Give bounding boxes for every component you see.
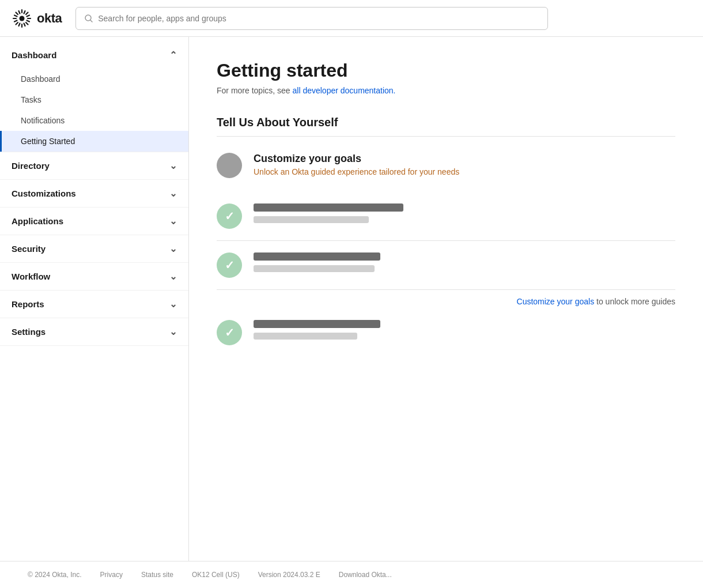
sidebar-section-header-security[interactable]: Security ⌄: [0, 235, 188, 262]
svg-line-11: [27, 15, 30, 16]
sidebar-item-dashboard[interactable]: Dashboard: [0, 69, 188, 89]
search-bar[interactable]: [75, 7, 548, 30]
svg-line-18: [90, 20, 93, 22]
sidebar-section-label-applications: Applications: [12, 216, 63, 226]
sidebar-item-getting-started[interactable]: Getting Started: [0, 131, 188, 152]
check-circle-1: ✓: [217, 203, 242, 229]
chevron-down-icon-settings: ⌄: [169, 326, 177, 337]
chevron-down-icon-customizations: ⌄: [169, 188, 177, 199]
okta-logo-icon: [12, 8, 32, 29]
check-mark-3: ✓: [225, 326, 235, 340]
svg-line-5: [16, 12, 18, 14]
placeholder-bar-desc-2: [254, 265, 375, 272]
chevron-down-icon-reports: ⌄: [169, 299, 177, 310]
sidebar-section-reports: Reports ⌄: [0, 291, 188, 318]
sidebar-section-header-reports[interactable]: Reports ⌄: [0, 291, 188, 318]
list-item-content-1: [254, 203, 675, 223]
check-circle-2: ✓: [217, 252, 242, 278]
logo-text: okta: [37, 11, 62, 26]
sidebar-item-notifications[interactable]: Notifications: [0, 110, 188, 131]
search-icon: [84, 14, 93, 23]
chevron-down-icon-applications: ⌄: [169, 216, 177, 227]
sidebar-section-dashboard-items: Dashboard Tasks Notifications Getting St…: [0, 69, 188, 152]
footer: © 2024 Okta, Inc. Privacy Status site OK…: [0, 561, 703, 588]
svg-line-12: [14, 20, 17, 21]
sidebar-section-label-customizations: Customizations: [12, 189, 76, 198]
section-heading-tell-us: Tell Us About Yourself: [217, 116, 675, 129]
placeholder-bar-desc-3: [254, 333, 357, 340]
chevron-down-icon-directory: ⌄: [169, 160, 177, 171]
list-item: ✓: [217, 241, 675, 290]
svg-line-10: [27, 20, 30, 21]
customize-link-row: Customize your goals to unlock more guid…: [217, 290, 675, 308]
sidebar: Dashboard ⌃ Dashboard Tasks Notification…: [0, 37, 189, 561]
goal-icon-circle-gray: [217, 153, 242, 178]
list-item: ✓: [217, 308, 675, 357]
page-subtitle-text: For more topics, see: [217, 86, 293, 95]
top-navigation: okta: [0, 0, 703, 37]
footer-download-link[interactable]: Download Okta...: [339, 571, 392, 579]
sidebar-section-header-applications[interactable]: Applications ⌄: [0, 208, 188, 235]
footer-privacy-link[interactable]: Privacy: [100, 571, 123, 579]
svg-line-14: [24, 23, 25, 26]
customize-goals-link[interactable]: Customize your goals: [517, 297, 595, 306]
sidebar-section-dashboard: Dashboard ⌃ Dashboard Tasks Notification…: [0, 42, 188, 152]
goal-card: Customize your goals Unlock an Okta guid…: [217, 153, 675, 178]
footer-cell-link[interactable]: OK12 Cell (US): [192, 571, 240, 579]
check-mark-2: ✓: [225, 258, 235, 272]
svg-line-16: [19, 23, 20, 26]
sidebar-section-label-settings: Settings: [12, 327, 46, 337]
placeholder-bar-title-2: [254, 252, 380, 261]
chevron-up-icon: ⌃: [169, 50, 177, 61]
page-title: Getting started: [217, 60, 675, 81]
sidebar-section-label-workflow: Workflow: [12, 272, 50, 281]
svg-line-9: [14, 15, 17, 16]
placeholder-bar-title-3: [254, 320, 380, 328]
list-item-content-2: [254, 252, 675, 272]
list-item: ✓: [217, 192, 675, 241]
developer-docs-link[interactable]: all developer documentation.: [293, 86, 396, 95]
sidebar-section-header-settings[interactable]: Settings ⌄: [0, 318, 188, 345]
logo-area: okta: [12, 8, 62, 29]
footer-version-link[interactable]: Version 2024.03.2 E: [258, 571, 320, 579]
footer-status-link[interactable]: Status site: [141, 571, 173, 579]
list-item-content-3: [254, 320, 675, 340]
sidebar-section-header-dashboard[interactable]: Dashboard ⌃: [0, 42, 188, 69]
placeholder-bar-title-1: [254, 203, 403, 212]
svg-line-13: [19, 11, 20, 14]
goal-description: Unlock an Okta guided experience tailore…: [254, 167, 675, 176]
sidebar-section-label-dashboard: Dashboard: [12, 50, 56, 60]
sidebar-section-workflow: Workflow ⌄: [0, 263, 188, 291]
footer-copyright: © 2024 Okta, Inc.: [28, 571, 82, 579]
placeholder-bar-desc-1: [254, 216, 369, 223]
sidebar-section-label-directory: Directory: [12, 161, 50, 171]
check-mark-1: ✓: [225, 209, 235, 223]
sidebar-section-header-directory[interactable]: Directory ⌄: [0, 152, 188, 179]
sidebar-item-tasks[interactable]: Tasks: [0, 89, 188, 110]
sidebar-section-security: Security ⌄: [0, 235, 188, 263]
chevron-down-icon-workflow: ⌄: [169, 271, 177, 282]
goal-title: Customize your goals: [254, 153, 675, 165]
sidebar-section-label-reports: Reports: [12, 299, 44, 309]
sidebar-section-customizations: Customizations ⌄: [0, 180, 188, 208]
svg-line-15: [24, 11, 25, 14]
svg-line-6: [26, 22, 28, 25]
goal-text-area: Customize your goals Unlock an Okta guid…: [254, 153, 675, 176]
search-input[interactable]: [98, 14, 539, 23]
sidebar-section-directory: Directory ⌄: [0, 152, 188, 180]
sidebar-section-label-security: Security: [12, 244, 46, 254]
chevron-down-icon-security: ⌄: [169, 243, 177, 254]
svg-line-7: [26, 12, 28, 14]
guide-list: ✓ ✓ Customize your goals to unl: [217, 192, 675, 357]
sidebar-section-header-customizations[interactable]: Customizations ⌄: [0, 180, 188, 207]
section-divider: [217, 136, 675, 137]
page-subtitle: For more topics, see all developer docum…: [217, 86, 675, 95]
svg-point-0: [20, 16, 25, 21]
customize-link-suffix: to unlock more guides: [594, 297, 675, 306]
main-content: Getting started For more topics, see all…: [189, 37, 703, 561]
svg-line-8: [16, 22, 18, 25]
sidebar-section-settings: Settings ⌄: [0, 318, 188, 346]
sidebar-section-applications: Applications ⌄: [0, 208, 188, 235]
sidebar-section-header-workflow[interactable]: Workflow ⌄: [0, 263, 188, 290]
check-circle-3: ✓: [217, 320, 242, 345]
